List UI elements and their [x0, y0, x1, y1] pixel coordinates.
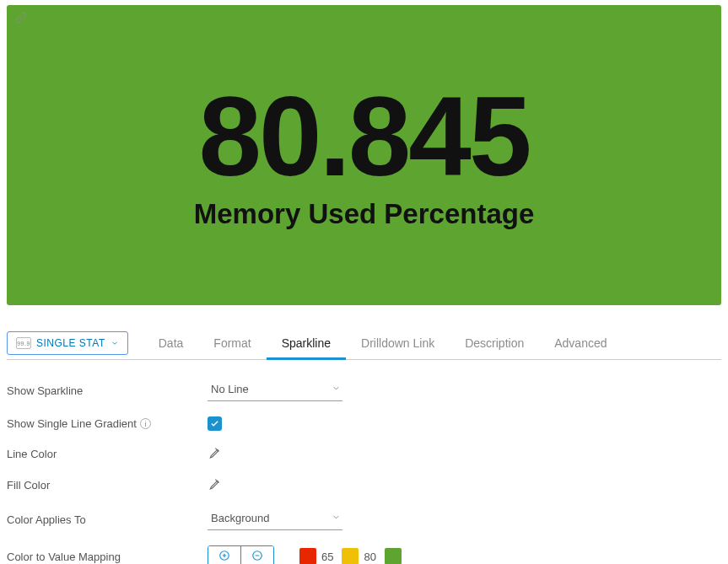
color-mapping-item[interactable]: 80	[342, 548, 375, 564]
color-mapping-value: 80	[364, 551, 375, 563]
viz-type-icon: 99.9	[16, 337, 31, 349]
row-color-applies-to: Color Applies To Background	[7, 501, 721, 538]
stat-value: 80.845	[199, 80, 530, 193]
color-mapping-add-remove	[208, 545, 274, 564]
tab-sparkline[interactable]: Sparkline	[267, 328, 346, 360]
label-line-color: Line Color	[7, 448, 208, 460]
select-color-applies-to-value: Background	[211, 512, 269, 524]
chevron-down-icon	[332, 512, 341, 524]
tab-advanced[interactable]: Advanced	[539, 328, 622, 360]
eyedropper-icon[interactable]	[208, 477, 221, 493]
color-mapping-item[interactable]	[385, 548, 402, 564]
viz-type-label: SINGLE STAT	[36, 337, 105, 349]
color-swatch[interactable]	[299, 548, 316, 564]
label-show-gradient-text: Show Single Line Gradient	[7, 417, 137, 430]
viz-type-dropdown[interactable]: 99.9 SINGLE STAT	[7, 331, 128, 355]
label-color-mapping: Color to Value Mapping	[7, 551, 208, 563]
select-show-sparkline[interactable]: No Line	[208, 379, 342, 401]
row-line-color: Line Color	[7, 438, 721, 470]
remove-mapping-button[interactable]	[240, 546, 273, 564]
eyedropper-icon[interactable]	[208, 446, 221, 462]
link-icon[interactable]	[15, 12, 27, 26]
chevron-down-icon	[111, 339, 119, 347]
row-fill-color: Fill Color	[7, 470, 721, 501]
color-swatch[interactable]	[342, 548, 359, 564]
stat-label: Memory Used Percentage	[194, 198, 535, 230]
tab-data[interactable]: Data	[143, 328, 199, 360]
color-mapping-item[interactable]: 65	[299, 548, 333, 564]
row-color-mapping: Color to Value Mapping 6580	[7, 538, 721, 564]
color-mapping-list: 6580	[299, 548, 402, 564]
tab-description[interactable]: Description	[450, 328, 539, 360]
checkbox-show-gradient[interactable]	[208, 416, 222, 431]
tab-drilldown-link[interactable]: Drilldown Link	[346, 328, 450, 360]
tab-row: 99.9 SINGLE STAT DataFormatSparklineDril…	[7, 327, 721, 360]
label-show-gradient: Show Single Line Gradient i	[7, 417, 208, 430]
tab-format[interactable]: Format	[198, 328, 266, 360]
select-show-sparkline-value: No Line	[211, 383, 249, 395]
add-mapping-button[interactable]	[208, 546, 240, 564]
color-swatch[interactable]	[385, 548, 402, 564]
label-fill-color: Fill Color	[7, 479, 208, 491]
row-show-sparkline: Show Sparkline No Line	[7, 372, 721, 409]
row-show-gradient: Show Single Line Gradient i	[7, 409, 721, 438]
label-show-sparkline: Show Sparkline	[7, 384, 208, 397]
label-color-applies-to: Color Applies To	[7, 513, 208, 526]
info-icon[interactable]: i	[140, 418, 151, 429]
stat-panel: 80.845 Memory Used Percentage	[7, 5, 721, 305]
color-mapping-value: 65	[321, 551, 333, 563]
chevron-down-icon	[332, 383, 341, 395]
form-area: Show Sparkline No Line Show Single Line …	[7, 372, 721, 564]
select-color-applies-to[interactable]: Background	[208, 508, 342, 530]
